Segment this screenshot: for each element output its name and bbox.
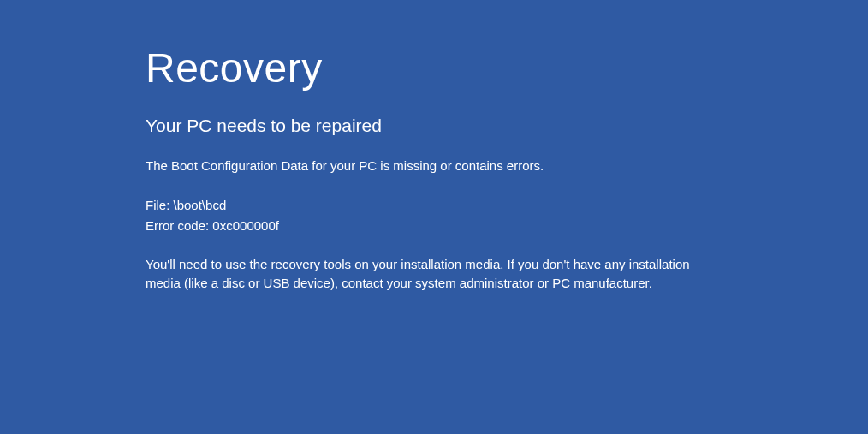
recovery-screen: Recovery Your PC needs to be repaired Th…: [0, 0, 868, 294]
error-details: File: \boot\bcd Error code: 0xc000000f: [146, 195, 782, 236]
recovery-instructions: You'll need to use the recovery tools on…: [146, 255, 728, 294]
error-description: The Boot Configuration Data for your PC …: [146, 157, 782, 176]
page-title: Recovery: [146, 45, 782, 92]
page-subtitle: Your PC needs to be repaired: [146, 116, 782, 136]
error-code: Error code: 0xc000000f: [146, 216, 782, 236]
file-path: File: \boot\bcd: [146, 195, 782, 216]
